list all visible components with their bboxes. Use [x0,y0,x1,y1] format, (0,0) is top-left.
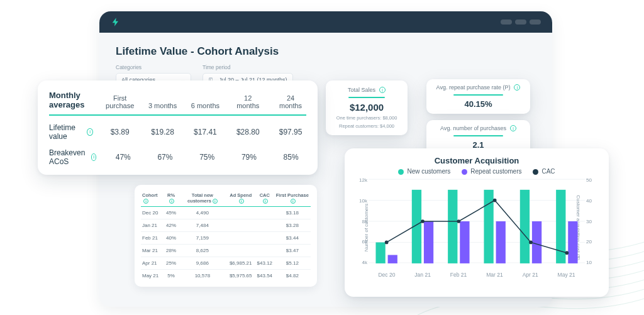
avg-col-3: 12 months [232,94,264,109]
table-cell: 42% [164,219,179,232]
x-tick: Apr 21 [523,272,538,278]
table-cell: 25% [164,257,179,270]
table-cell: 28% [164,245,179,257]
table-cell [255,245,274,257]
table-cell: 9,686 [179,257,226,270]
table-cell [226,207,255,219]
avg-col-2: 6 months [189,102,221,109]
avg-cell: 75% [192,153,223,162]
info-icon[interactable]: i [514,84,520,91]
cac-point[interactable] [493,199,497,202]
bar-repeat[interactable] [460,221,469,263]
table-cell: $43.12 [255,257,274,270]
cac-point[interactable] [421,219,425,223]
table-cell [255,207,274,219]
table-row: Dec 2045%4,490$3.18 [141,207,311,219]
bar-repeat[interactable] [388,255,397,263]
info-icon[interactable]: i [510,125,516,131]
title-bar [99,11,552,33]
table-header-row: Cohorti R%i Total new customersi Ad Spen… [141,190,311,207]
bar-new[interactable] [484,190,493,263]
table-cell [226,245,255,257]
cac-point[interactable] [385,241,389,245]
info-icon[interactable]: i [91,153,97,161]
bar-new[interactable] [448,190,457,263]
info-icon[interactable]: i [263,199,268,204]
avg-cell: 47% [108,153,138,162]
kpi-repeat-rate-value: 40.15% [434,99,523,109]
bar-repeat[interactable] [424,221,433,263]
table-row: Feb 2140%7,159$3.44 [141,232,311,245]
th-cac: CAC [260,192,270,198]
table-cell: $43.54 [255,270,274,282]
bar-new[interactable] [520,190,530,263]
cac-point[interactable] [457,219,460,223]
avg-row-0-label: Lifetime value [49,123,83,141]
avg-row-breakeven-acos: Breakeven ACoS i 47% 67% 75% 79% 85% [49,141,306,166]
x-tick: Mar 21 [486,272,502,278]
info-icon[interactable]: i [143,199,148,204]
window-controls [501,19,541,25]
kpi-num-purchases-title: Avg. number of purchases [440,125,506,131]
table-cell: 7,484 [179,219,226,232]
cac-point[interactable] [529,241,533,245]
table-cell: Mar 21 [141,245,164,257]
y-axis-ticks: 12k10k8k6k4k [355,177,367,265]
avg-row-1-label: Breakeven ACoS [49,148,87,166]
table-cell: 40% [164,232,179,245]
table-cell: $3.47 [274,245,311,257]
table-cell: $4.82 [274,270,311,282]
cac-point[interactable] [565,251,569,255]
kpi-repeat-rate: Avg. repeat purchase rate (P) i 40.15% [426,79,530,114]
table-cell: May 21 [141,270,164,282]
table-row: May 215%10,578$5,975.65$43.54$4.82 [141,270,311,282]
avg-cell: $3.89 [104,128,136,136]
kpi-total-sales: Total Sales i $12,000 One time purchaser… [326,80,408,135]
table-cell [255,232,274,245]
x-tick: Dec 20 [378,272,395,278]
chart-legend: New customers Repeat customers CAC [353,168,600,175]
avg-cell: $17.41 [189,128,221,136]
filter-categories-label: Categories [116,64,191,70]
bolt-icon [111,17,121,27]
bar-repeat[interactable] [568,221,577,263]
info-icon[interactable]: i [169,199,174,204]
bar-repeat[interactable] [532,221,541,263]
avg-cell: 79% [234,153,265,162]
app-logo [111,17,121,27]
th-fp: First Purchase [276,192,309,198]
legend-new[interactable]: New customers [398,168,450,175]
th-tnc: Total new customers [187,192,213,204]
th-r: R% [167,192,175,198]
bar-new[interactable] [375,242,385,263]
avg-cell: 85% [275,153,306,162]
avg-col-4: 24 months [275,94,306,109]
table-cell: Apr 21 [141,257,164,270]
chart-plot: Number of customers Customer acquisition… [369,177,585,278]
monthly-averages-header: Monthly averages First purchase 3 months… [49,91,306,116]
info-icon[interactable]: i [239,199,244,204]
info-icon[interactable]: i [379,87,386,93]
info-icon[interactable]: i [213,199,218,204]
y-axis2-ticks: 5040302010 [586,177,599,265]
table-cell: Jan 21 [141,219,164,232]
table-cell: 8,625 [179,245,226,257]
chart-svg [369,177,585,265]
cohort-table: Cohorti R%i Total new customersi Ad Spen… [141,190,311,282]
info-icon[interactable]: i [291,199,296,204]
table-cell: $5,975.65 [226,270,255,282]
table-cell: $3.28 [274,219,311,232]
filter-period-label: Time period [203,64,293,70]
table-cell: Dec 20 [141,207,164,219]
avg-row-lifetime-value: Lifetime value i $3.89 $19.28 $17.41 $28… [49,116,306,141]
bar-repeat[interactable] [496,221,506,263]
table-row: Mar 2128%8,625$3.47 [141,245,311,257]
table-cell: 4,490 [179,207,226,219]
legend-cac[interactable]: CAC [533,168,555,175]
legend-repeat[interactable]: Repeat customers [462,168,521,175]
info-icon[interactable]: i [87,128,92,136]
table-row: Jan 2142%7,484$3.28 [141,219,311,232]
table-cell: $5.12 [274,257,311,270]
avg-col-1: 3 months [147,102,179,109]
monthly-averages-card: Monthly averages First purchase 3 months… [38,80,318,175]
